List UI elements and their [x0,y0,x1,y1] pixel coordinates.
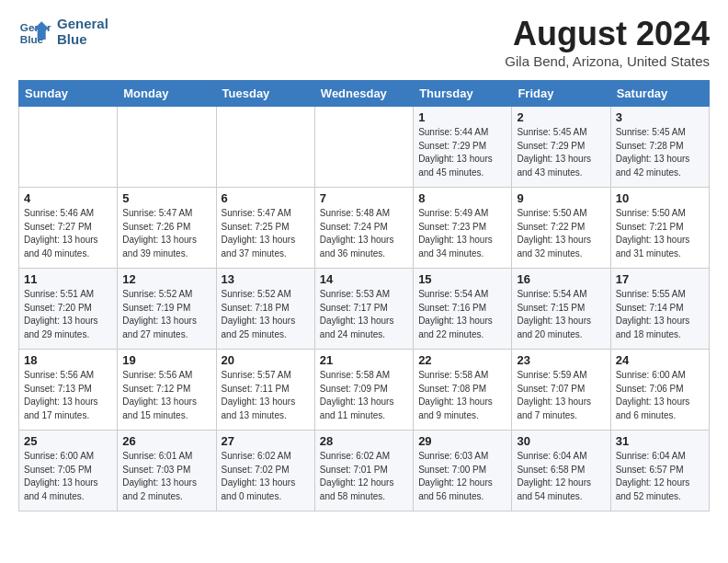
day-info: Sunrise: 5:50 AM Sunset: 7:22 PM Dayligh… [517,207,605,260]
calendar-cell: 14Sunrise: 5:53 AM Sunset: 7:17 PM Dayli… [314,269,413,350]
weekday-header-friday: Friday [512,81,610,107]
day-number: 1 [418,110,506,124]
day-number: 16 [517,272,605,286]
day-info: Sunrise: 6:04 AM Sunset: 6:57 PM Dayligh… [616,450,704,503]
day-info: Sunrise: 5:58 AM Sunset: 7:09 PM Dayligh… [320,369,408,422]
calendar-cell: 13Sunrise: 5:52 AM Sunset: 7:18 PM Dayli… [216,269,314,350]
day-info: Sunrise: 6:02 AM Sunset: 7:01 PM Dayligh… [320,450,408,503]
calendar-cell [314,107,413,188]
day-number: 7 [320,191,408,205]
day-info: Sunrise: 5:56 AM Sunset: 7:12 PM Dayligh… [122,369,210,422]
day-number: 26 [122,434,210,448]
calendar-table: SundayMondayTuesdayWednesdayThursdayFrid… [18,80,710,511]
day-info: Sunrise: 5:46 AM Sunset: 7:27 PM Dayligh… [24,207,112,260]
day-number: 25 [24,434,112,448]
day-info: Sunrise: 5:58 AM Sunset: 7:08 PM Dayligh… [418,369,506,422]
weekday-header-tuesday: Tuesday [216,81,314,107]
weekday-header-wednesday: Wednesday [314,81,413,107]
calendar-cell: 24Sunrise: 6:00 AM Sunset: 7:06 PM Dayli… [610,350,709,431]
day-info: Sunrise: 5:44 AM Sunset: 7:29 PM Dayligh… [418,126,506,179]
day-info: Sunrise: 5:45 AM Sunset: 7:28 PM Dayligh… [616,126,704,179]
weekday-header-thursday: Thursday [414,81,512,107]
day-number: 31 [616,434,704,448]
calendar-cell: 4Sunrise: 5:46 AM Sunset: 7:27 PM Daylig… [19,188,118,269]
day-info: Sunrise: 5:59 AM Sunset: 7:07 PM Dayligh… [517,369,605,422]
calendar-cell: 27Sunrise: 6:02 AM Sunset: 7:02 PM Dayli… [216,431,314,511]
calendar-cell: 3Sunrise: 5:45 AM Sunset: 7:28 PM Daylig… [610,107,709,188]
month-title: August 2024 [505,15,710,53]
page-header: General Blue General Blue August 2024 Gi… [18,15,710,69]
day-info: Sunrise: 5:45 AM Sunset: 7:29 PM Dayligh… [517,126,605,179]
calendar-cell: 23Sunrise: 5:59 AM Sunset: 7:07 PM Dayli… [512,350,610,431]
calendar-cell: 21Sunrise: 5:58 AM Sunset: 7:09 PM Dayli… [314,350,413,431]
day-info: Sunrise: 6:03 AM Sunset: 7:00 PM Dayligh… [418,450,506,503]
calendar-cell: 19Sunrise: 5:56 AM Sunset: 7:12 PM Dayli… [118,350,216,431]
day-number: 8 [418,191,506,205]
logo-text-blue: Blue [57,31,108,47]
weekday-header-saturday: Saturday [610,81,709,107]
title-area: August 2024 Gila Bend, Arizona, United S… [505,15,710,69]
calendar-week-4: 18Sunrise: 5:56 AM Sunset: 7:13 PM Dayli… [19,350,710,431]
calendar-cell: 5Sunrise: 5:47 AM Sunset: 7:26 PM Daylig… [118,188,216,269]
calendar-cell: 26Sunrise: 6:01 AM Sunset: 7:03 PM Dayli… [118,431,216,511]
day-number: 24 [616,353,704,367]
day-number: 23 [517,353,605,367]
logo: General Blue General Blue [18,15,108,48]
day-number: 4 [24,191,112,205]
day-number: 15 [418,272,506,286]
day-number: 28 [320,434,408,448]
day-number: 14 [320,272,408,286]
day-info: Sunrise: 5:56 AM Sunset: 7:13 PM Dayligh… [24,369,112,422]
calendar-cell: 30Sunrise: 6:04 AM Sunset: 6:58 PM Dayli… [512,431,610,511]
calendar-week-1: 1Sunrise: 5:44 AM Sunset: 7:29 PM Daylig… [19,107,710,188]
calendar-cell: 25Sunrise: 6:00 AM Sunset: 7:05 PM Dayli… [19,431,118,511]
day-info: Sunrise: 6:00 AM Sunset: 7:05 PM Dayligh… [24,450,112,503]
calendar-cell: 18Sunrise: 5:56 AM Sunset: 7:13 PM Dayli… [19,350,118,431]
calendar-cell [216,107,314,188]
day-info: Sunrise: 5:50 AM Sunset: 7:21 PM Dayligh… [616,207,704,260]
day-number: 12 [122,272,210,286]
day-info: Sunrise: 5:48 AM Sunset: 7:24 PM Dayligh… [320,207,408,260]
day-number: 2 [517,110,605,124]
calendar-cell: 9Sunrise: 5:50 AM Sunset: 7:22 PM Daylig… [512,188,610,269]
calendar-cell: 7Sunrise: 5:48 AM Sunset: 7:24 PM Daylig… [314,188,413,269]
calendar-cell: 11Sunrise: 5:51 AM Sunset: 7:20 PM Dayli… [19,269,118,350]
logo-icon: General Blue [18,15,51,48]
day-number: 5 [122,191,210,205]
day-number: 30 [517,434,605,448]
day-number: 6 [222,191,310,205]
day-info: Sunrise: 5:57 AM Sunset: 7:11 PM Dayligh… [222,369,310,422]
day-number: 27 [222,434,310,448]
calendar-cell [118,107,216,188]
calendar-cell: 16Sunrise: 5:54 AM Sunset: 7:15 PM Dayli… [512,269,610,350]
day-number: 22 [418,353,506,367]
day-number: 11 [24,272,112,286]
day-info: Sunrise: 6:04 AM Sunset: 6:58 PM Dayligh… [517,450,605,503]
calendar-cell: 2Sunrise: 5:45 AM Sunset: 7:29 PM Daylig… [512,107,610,188]
location-title: Gila Bend, Arizona, United States [505,53,710,69]
day-info: Sunrise: 5:52 AM Sunset: 7:18 PM Dayligh… [222,288,310,341]
calendar-cell: 17Sunrise: 5:55 AM Sunset: 7:14 PM Dayli… [610,269,709,350]
day-info: Sunrise: 6:00 AM Sunset: 7:06 PM Dayligh… [616,369,704,422]
calendar-cell: 8Sunrise: 5:49 AM Sunset: 7:23 PM Daylig… [414,188,512,269]
day-info: Sunrise: 5:55 AM Sunset: 7:14 PM Dayligh… [616,288,704,341]
calendar-week-5: 25Sunrise: 6:00 AM Sunset: 7:05 PM Dayli… [19,431,710,511]
calendar-cell: 10Sunrise: 5:50 AM Sunset: 7:21 PM Dayli… [610,188,709,269]
day-number: 10 [616,191,704,205]
day-number: 21 [320,353,408,367]
day-number: 3 [616,110,704,124]
calendar-header: SundayMondayTuesdayWednesdayThursdayFrid… [19,81,710,107]
day-info: Sunrise: 5:54 AM Sunset: 7:15 PM Dayligh… [517,288,605,341]
calendar-cell: 29Sunrise: 6:03 AM Sunset: 7:00 PM Dayli… [414,431,512,511]
calendar-cell: 20Sunrise: 5:57 AM Sunset: 7:11 PM Dayli… [216,350,314,431]
day-number: 9 [517,191,605,205]
calendar-cell: 31Sunrise: 6:04 AM Sunset: 6:57 PM Dayli… [610,431,709,511]
calendar-week-2: 4Sunrise: 5:46 AM Sunset: 7:27 PM Daylig… [19,188,710,269]
day-number: 13 [222,272,310,286]
day-info: Sunrise: 5:47 AM Sunset: 7:25 PM Dayligh… [222,207,310,260]
day-number: 20 [222,353,310,367]
logo-text-general: General [57,16,108,31]
day-number: 17 [616,272,704,286]
calendar-cell: 22Sunrise: 5:58 AM Sunset: 7:08 PM Dayli… [414,350,512,431]
day-info: Sunrise: 5:52 AM Sunset: 7:19 PM Dayligh… [122,288,210,341]
